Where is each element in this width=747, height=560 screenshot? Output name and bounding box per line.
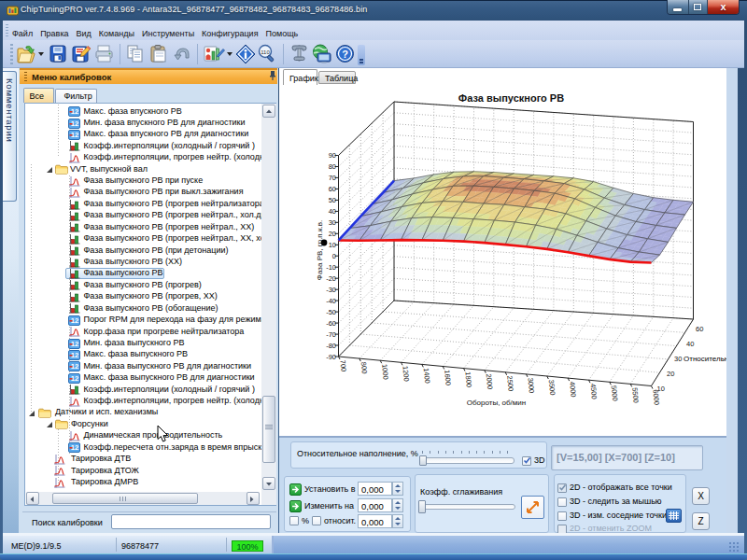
svg-text:0: 0 (332, 252, 336, 260)
svg-text:4500: 4500 (589, 384, 599, 399)
svg-text:90: 90 (329, 151, 336, 160)
svg-text:800: 800 (359, 361, 369, 373)
svg-text:-70: -70 (326, 330, 336, 339)
svg-text:1000: 1000 (380, 364, 389, 380)
svg-text:20: 20 (329, 230, 336, 238)
svg-text:1400: 1400 (422, 368, 431, 384)
svg-text:Фаза РВ, гр.п.к.в.: Фаза РВ, гр.п.к.в. (316, 220, 324, 280)
svg-text:80: 80 (329, 162, 336, 171)
svg-text:70: 70 (329, 174, 336, 182)
svg-text:3500: 3500 (547, 379, 557, 395)
svg-text:-10: -10 (326, 263, 336, 272)
svg-text:?: ? (342, 49, 348, 60)
svg-text:2500: 2500 (505, 375, 514, 391)
svg-text:10: 10 (329, 241, 336, 249)
svg-text:30: 30 (329, 218, 336, 227)
svg-text:40: 40 (686, 340, 694, 348)
svg-text:-80: -80 (326, 342, 336, 350)
svg-text:700: 700 (339, 359, 348, 371)
svg-text:1600: 1600 (443, 370, 452, 385)
svg-text:-60: -60 (326, 319, 336, 328)
svg-text:-50: -50 (326, 308, 336, 316)
svg-text:60: 60 (329, 185, 336, 193)
svg-text:40: 40 (329, 207, 336, 216)
svg-text:2000: 2000 (485, 373, 494, 389)
svg-text:30: 30 (674, 355, 682, 363)
svg-text:3000: 3000 (527, 377, 536, 393)
svg-text:4000: 4000 (568, 381, 577, 397)
svg-text:-20: -20 (326, 274, 336, 283)
svg-text:110: 110 (261, 49, 270, 55)
svg-text:50: 50 (329, 196, 336, 204)
svg-text:-30: -30 (326, 286, 336, 294)
svg-text:-40: -40 (326, 297, 336, 305)
svg-text:-90: -90 (326, 353, 336, 361)
svg-text:20: 20 (667, 370, 674, 378)
svg-text:10: 10 (657, 385, 665, 393)
svg-text:Фаза выпускного РВ: Фаза выпускного РВ (458, 92, 564, 104)
svg-text:Обороты, об/мин: Обороты, об/мин (467, 399, 526, 407)
svg-text:1800: 1800 (464, 371, 473, 387)
svg-text:5500: 5500 (630, 387, 640, 403)
svg-text:1200: 1200 (402, 366, 411, 382)
svg-text:60: 60 (696, 325, 703, 333)
svg-text:5000: 5000 (610, 385, 619, 401)
